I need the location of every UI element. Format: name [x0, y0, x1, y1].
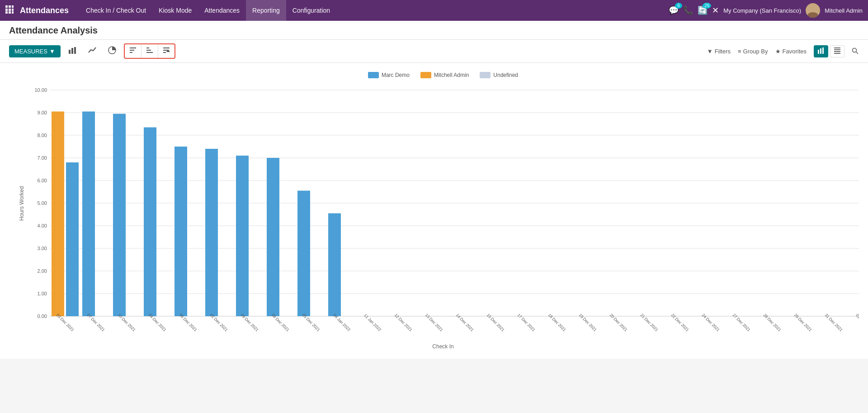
svg-rect-60	[82, 112, 95, 317]
svg-text:20 Dec 2021: 20 Dec 2021	[609, 313, 628, 332]
svg-text:04 Dec 2021: 04 Dec 2021	[148, 313, 167, 332]
svg-rect-23	[163, 52, 166, 53]
toolbar: MEASURES ▼ ▼ Filters ≡ Group By ★	[0, 40, 868, 63]
page-title: Attendance Analysis	[9, 25, 859, 39]
topnav-right: 💬 6 📞 🔄 26 ✕ My Company (San Francisco) …	[669, 3, 863, 18]
svg-rect-20	[146, 52, 153, 53]
svg-rect-27	[822, 47, 824, 54]
legend-marc-label: Marc Demo	[382, 72, 410, 78]
svg-text:04 Jan 2022: 04 Jan 2022	[332, 313, 351, 332]
topnav: Attendances Check In / Check Out Kiosk M…	[0, 0, 868, 21]
svg-text:1.00: 1.00	[38, 291, 47, 296]
svg-text:0.00: 0.00	[38, 313, 47, 319]
svg-rect-64	[144, 128, 156, 317]
groupby-button[interactable]: ≡ Group By	[738, 48, 768, 55]
svg-rect-3	[5, 9, 8, 11]
company-name: My Company (San Francisco)	[723, 7, 801, 14]
svg-rect-68	[205, 149, 218, 316]
svg-rect-7	[9, 11, 11, 14]
table-view-button[interactable]	[830, 45, 844, 57]
activity-icon[interactable]: 🔄 26	[698, 5, 708, 15]
svg-text:12 Dec 2021: 12 Dec 2021	[394, 313, 413, 332]
bar-chart-button[interactable]	[64, 43, 80, 59]
svg-text:19 Dec 2021: 19 Dec 2021	[578, 313, 598, 332]
line-chart-button[interactable]	[84, 43, 100, 59]
filter-icon: ▼	[707, 48, 713, 55]
svg-rect-0	[5, 5, 8, 8]
svg-rect-29	[834, 49, 840, 50]
chart-view-button[interactable]	[814, 45, 828, 57]
svg-text:10.00: 10.00	[34, 87, 47, 93]
filters-label: Filters	[715, 48, 731, 55]
svg-text:07 Dec 2021: 07 Dec 2021	[86, 313, 106, 332]
groupby-label: Group By	[743, 48, 768, 55]
chart-area: Hours Worked 0.001.002.003.004.005.006.0…	[27, 85, 859, 350]
svg-rect-74	[297, 191, 310, 317]
sort-desc-button[interactable]	[158, 44, 175, 58]
nav-configuration[interactable]: Configuration	[286, 0, 336, 21]
legend-marc: Marc Demo	[368, 72, 410, 78]
chart-container: Marc Demo Mitchell Admin Undefined Hours…	[0, 63, 868, 359]
svg-rect-26	[820, 48, 821, 54]
legend-mitchell-swatch	[420, 72, 431, 78]
measures-dropdown-icon: ▼	[49, 48, 55, 55]
nav-reporting[interactable]: Reporting	[246, 0, 286, 21]
svg-text:06 Dec 2021: 06 Dec 2021	[179, 313, 198, 332]
chart-legend: Marc Demo Mitchell Admin Undefined	[27, 72, 859, 78]
sort-buttons-group	[124, 43, 175, 59]
toolbar-right-controls: ▼ Filters ≡ Group By ★ Favorites	[707, 45, 859, 57]
svg-rect-21	[163, 47, 170, 48]
measures-button[interactable]: MEASURES ▼	[9, 45, 61, 57]
nav-kiosk-mode[interactable]: Kiosk Mode	[152, 0, 198, 21]
svg-rect-76	[328, 214, 341, 317]
svg-text:27 Dec 2021: 27 Dec 2021	[732, 313, 751, 332]
pie-chart-button[interactable]	[104, 43, 120, 59]
svg-text:01 Jan 2022: 01 Jan 2022	[855, 313, 859, 332]
svg-rect-4	[9, 9, 11, 11]
phone-icon[interactable]: 📞	[683, 5, 693, 15]
svg-rect-1	[9, 5, 11, 8]
svg-rect-72	[267, 158, 279, 316]
svg-text:9.00: 9.00	[38, 110, 47, 115]
svg-text:02 Dec 2021: 02 Dec 2021	[209, 313, 229, 332]
svg-point-10	[807, 12, 818, 18]
svg-rect-66	[175, 147, 187, 316]
filters-button[interactable]: ▼ Filters	[707, 48, 731, 55]
svg-text:6.00: 6.00	[38, 178, 47, 183]
nav-check-in-out[interactable]: Check In / Check Out	[80, 0, 152, 21]
search-button[interactable]	[852, 47, 859, 55]
legend-undefined-label: Undefined	[493, 72, 518, 78]
topnav-links: Check In / Check Out Kiosk Mode Attendan…	[80, 0, 669, 21]
app-brand: Attendances	[20, 6, 69, 15]
subheader: Attendance Analysis	[0, 21, 868, 40]
svg-text:28 Dec 2021: 28 Dec 2021	[763, 313, 782, 332]
sort-asc-button[interactable]	[142, 44, 158, 58]
legend-undefined: Undefined	[480, 72, 518, 78]
grid-icon[interactable]	[5, 5, 14, 15]
svg-rect-12	[71, 48, 73, 54]
svg-rect-30	[834, 51, 840, 52]
svg-rect-31	[834, 53, 840, 54]
favorites-button[interactable]: ★ Favorites	[775, 48, 807, 55]
favorites-icon: ★	[775, 48, 781, 55]
svg-text:24 Dec 2021: 24 Dec 2021	[701, 313, 721, 332]
view-toggle-buttons	[814, 45, 844, 57]
svg-rect-58	[66, 162, 79, 316]
svg-text:7.00: 7.00	[38, 155, 47, 161]
svg-point-32	[853, 48, 857, 52]
svg-rect-19	[146, 50, 151, 51]
activity-badge: 26	[703, 3, 711, 9]
user-avatar[interactable]	[806, 3, 820, 18]
chat-icon[interactable]: 💬 6	[669, 5, 679, 15]
groupby-icon: ≡	[738, 48, 741, 55]
svg-text:2.00: 2.00	[38, 268, 47, 274]
close-icon[interactable]: ✕	[712, 5, 719, 15]
nav-attendances[interactable]: Attendances	[198, 0, 246, 21]
svg-text:18 Dec 2021: 18 Dec 2021	[547, 313, 567, 332]
svg-line-33	[856, 52, 859, 54]
svg-rect-57	[52, 112, 64, 317]
svg-text:08 Dec 2021: 08 Dec 2021	[271, 313, 290, 332]
svg-rect-25	[818, 50, 819, 54]
svg-text:22 Dec 2021: 22 Dec 2021	[670, 313, 690, 332]
sort-default-button[interactable]	[125, 44, 142, 58]
